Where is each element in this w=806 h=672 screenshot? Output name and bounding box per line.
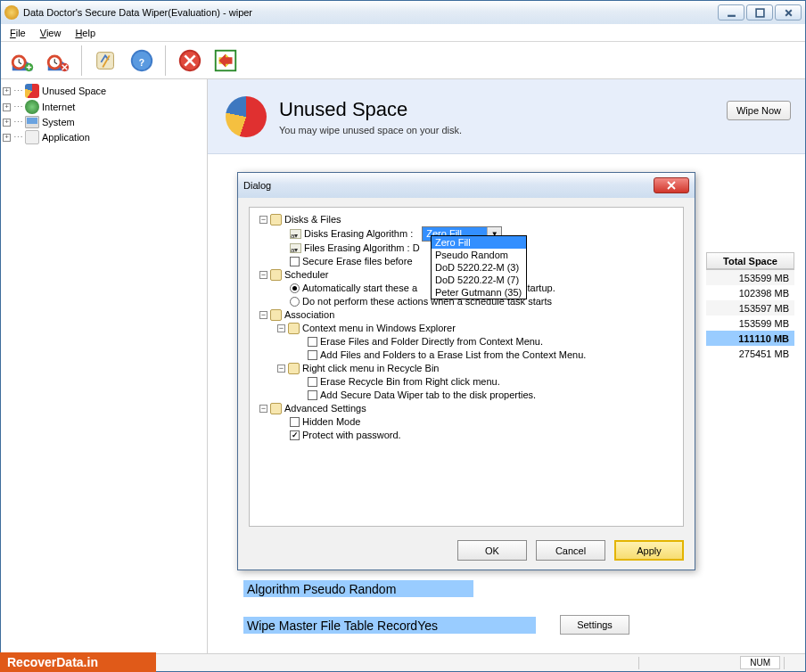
dropdown-option[interactable]: DoD 5220.22-M (3)	[432, 261, 526, 274]
collapse-icon[interactable]: −	[259, 311, 267, 319]
adv-protect-label: Protect with password.	[302, 429, 401, 442]
toolbar-separator	[81, 45, 83, 76]
titlebar: Data Doctor's Secure Data Wiper(Evaluati…	[1, 1, 805, 24]
total-space-column: Total Space 153599 MB 102398 MB 153597 M…	[706, 252, 794, 361]
minimize-button[interactable]	[718, 4, 744, 20]
group-disks-files: Disks & Files	[284, 213, 341, 226]
algorithm-info: Algorithm Pseudo Random	[243, 580, 473, 597]
checkbox-hidden-mode[interactable]	[290, 417, 300, 427]
ctx-add-label: Add Files and Folders to a Erase List fr…	[320, 348, 586, 362]
dialog-titlebar: Dialog	[238, 173, 695, 198]
checkbox-protect-password[interactable]	[290, 430, 300, 440]
group-advanced: Advanced Settings	[284, 402, 366, 415]
dialog-close-button[interactable]	[654, 177, 689, 193]
collapse-icon[interactable]: −	[277, 365, 285, 373]
total-space-header[interactable]: Total Space	[706, 252, 794, 270]
pie-icon	[226, 96, 267, 137]
svg-rect-0	[728, 14, 736, 16]
dialog-buttons: OK Cancel Apply	[457, 540, 684, 561]
toolbar: ?	[1, 42, 805, 79]
dialog-title: Dialog	[243, 180, 654, 191]
checkbox-ctx-erase[interactable]	[308, 337, 317, 347]
cancel-button[interactable]: Cancel	[536, 540, 605, 561]
app-icon	[4, 5, 19, 20]
rc-add-label: Add Secure Data Wiper tab to the disk pr…	[320, 389, 536, 402]
table-row-selected[interactable]: 111110 MB	[706, 331, 794, 346]
sidebar-item-internet[interactable]: +⋯ Internet	[3, 99, 205, 115]
collapse-icon[interactable]: −	[259, 405, 267, 413]
status-num: NUM	[740, 656, 780, 669]
table-row[interactable]: 153599 MB	[706, 316, 794, 331]
menu-view[interactable]: View	[33, 26, 69, 40]
group-scheduler: Scheduler	[284, 268, 329, 282]
collapse-icon[interactable]: −	[259, 216, 267, 224]
settings-button[interactable]: Settings	[560, 615, 629, 635]
page-header: Unused Space You may wipe unused space o…	[208, 79, 805, 154]
ok-button[interactable]: OK	[457, 540, 527, 561]
collapse-icon[interactable]: −	[259, 271, 267, 279]
tool-clock-plus-icon[interactable]	[6, 45, 38, 77]
group-icon	[288, 323, 300, 334]
checkbox-ctx-add[interactable]	[308, 350, 317, 360]
mft-info: Wipe Master File Table RecordYes	[243, 617, 536, 634]
sched-auto-tail: startup.	[522, 282, 555, 295]
expand-icon[interactable]: +	[3, 134, 11, 142]
sidebar-item-label: Application	[42, 132, 90, 143]
collapse-icon[interactable]: −	[277, 324, 285, 332]
expand-icon[interactable]: +	[3, 87, 11, 95]
apply-button[interactable]: Apply	[614, 540, 684, 561]
dropdown-option[interactable]: Zero Fill	[432, 236, 526, 249]
tool-help-icon[interactable]: ?	[126, 45, 158, 77]
sub-right-click: Right click menu in Recycle Bin	[302, 362, 439, 375]
sidebar-item-system[interactable]: +⋯ System	[3, 115, 205, 129]
table-row[interactable]: 102398 MB	[706, 285, 794, 300]
dropdown-option[interactable]: DoD 5220.22-M (7)	[432, 274, 526, 286]
expand-icon[interactable]: +	[3, 103, 11, 111]
disks-erasing-label: Disks Erasing Algorithm :	[304, 227, 413, 241]
menubar: File View Help	[1, 24, 805, 42]
table-row[interactable]: 153599 MB	[706, 270, 794, 285]
menu-help[interactable]: Help	[68, 26, 103, 40]
application-icon	[25, 130, 39, 144]
expand-icon[interactable]: +	[3, 119, 11, 127]
maximize-button[interactable]	[746, 4, 773, 20]
sidebar-item-label: Unused Space	[42, 86, 106, 96]
sched-auto-label: Automatically start these a	[302, 282, 417, 295]
toolbar-separator	[165, 45, 167, 76]
group-icon	[270, 269, 282, 281]
table-row[interactable]: 153597 MB	[706, 300, 794, 316]
checkbox-rc-erase[interactable]	[308, 377, 317, 387]
close-button[interactable]	[775, 4, 802, 20]
sidebar-item-label: System	[42, 117, 75, 127]
dropdown-option[interactable]: Peter Gutmann (35)	[432, 286, 526, 299]
tool-stop-icon[interactable]	[174, 45, 206, 77]
table-row[interactable]: 275451 MB	[706, 346, 794, 361]
dropdown-option[interactable]: Pseudo Random	[432, 249, 526, 261]
tool-settings-icon[interactable]	[90, 45, 122, 77]
tool-swap-icon[interactable]	[210, 45, 242, 77]
radio-auto-start[interactable]	[290, 283, 300, 293]
item-icon	[290, 229, 301, 239]
page-title: Unused Space	[279, 98, 462, 121]
pie-icon	[25, 84, 39, 98]
svg-text:?: ?	[139, 57, 144, 67]
dropdown-list[interactable]: Zero Fill Pseudo Random DoD 5220.22-M (3…	[431, 235, 527, 299]
checkbox-rc-add[interactable]	[308, 390, 317, 400]
menu-file[interactable]: File	[3, 26, 33, 40]
adv-hidden-label: Hidden Mode	[302, 415, 360, 429]
sub-context-menu: Context menu in Windows Explorer	[302, 322, 456, 335]
sidebar-tree: +⋯ Unused Space +⋯ Internet +⋯ System +⋯…	[1, 79, 208, 653]
group-icon	[270, 214, 282, 225]
wipe-now-button[interactable]: Wipe Now	[727, 101, 791, 120]
checkbox-secure-erase[interactable]	[290, 257, 300, 266]
ctx-erase-label: Erase Files and Folder Directly from Con…	[320, 335, 543, 348]
radio-no-perform[interactable]	[290, 297, 300, 307]
tool-clock-cancel-icon[interactable]	[42, 45, 74, 77]
item-icon	[290, 243, 301, 253]
window-title: Data Doctor's Secure Data Wiper(Evaluati…	[23, 7, 718, 18]
sidebar-item-label: Internet	[42, 102, 75, 112]
group-icon	[288, 363, 300, 374]
sidebar-item-application[interactable]: +⋯ Application	[3, 129, 205, 145]
sidebar-item-unused-space[interactable]: +⋯ Unused Space	[3, 83, 205, 99]
files-erasing-label: Files Erasing Algorithm : D	[304, 242, 420, 255]
